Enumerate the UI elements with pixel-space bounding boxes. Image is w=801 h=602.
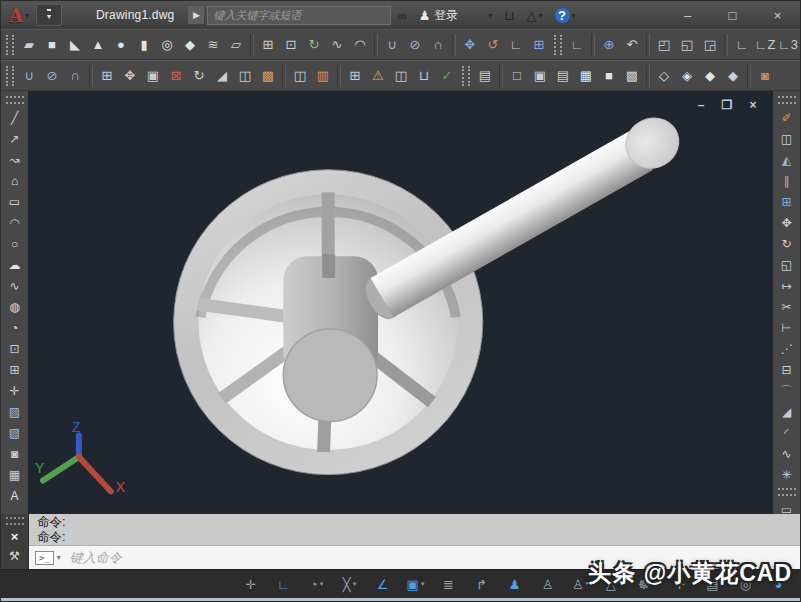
drawing-minimize-button[interactable]: – [695,98,707,112]
break-at-point-icon[interactable]: ⋰ [775,338,798,359]
color-edges-icon[interactable]: ▥ [312,64,334,87]
toolbar-grip[interactable] [554,35,562,55]
minimize-button[interactable]: – [665,8,710,23]
drawing-restore-button[interactable]: ❐ [721,98,733,112]
line-icon[interactable]: ╱ [3,107,26,128]
viewport-canvas[interactable]: Z Y X [28,91,773,514]
sphere-icon[interactable]: ● [110,33,132,56]
ucs-face-icon[interactable]: ◱ [676,33,698,56]
array-icon[interactable]: ⊞ [775,191,798,212]
extend-icon[interactable]: ⊢ [775,317,798,338]
join-icon[interactable]: ⌒ [775,380,798,401]
delete-faces-icon[interactable]: ⊠ [165,64,187,87]
check-icon[interactable]: ✓ [436,64,458,87]
wedge-icon[interactable]: ◣ [64,33,86,56]
region-icon[interactable]: ◙ [3,443,26,464]
ucs-zaxis-icon[interactable]: ∟ [731,33,753,56]
chevron-down-icon[interactable]: ▾ [57,553,61,562]
mirror-icon[interactable]: ◭ [775,149,798,170]
press-pull-icon[interactable]: ⊡ [280,33,302,56]
ucs-3point-icon[interactable]: ∟3 [777,33,799,56]
help-button[interactable]: ? ▾ [549,5,582,25]
helix-icon[interactable]: ≋ [202,33,224,56]
ucs-origin-icon[interactable]: ◰ [653,33,675,56]
lineweight-icon[interactable]: ≣ [433,572,464,597]
torus-icon[interactable]: ◎ [156,33,178,56]
object-snap-tracking-icon[interactable]: ∠ [367,572,398,597]
toolbar-grip[interactable] [6,35,14,55]
rotate-faces-icon[interactable]: ↻ [188,64,210,87]
dynamic-input-icon[interactable]: ♟ [499,572,530,597]
drawing-close-button[interactable]: × [747,98,759,112]
insert-block-icon[interactable]: ⊡ [3,338,26,359]
search-button[interactable]: ∞ [391,5,412,25]
signin-button[interactable]: ♟ 登录 ▾ [413,7,499,24]
subtract-icon[interactable]: ⊘ [41,64,63,87]
app-menu-button[interactable]: A ▾ [5,5,33,26]
extrude-icon[interactable]: ⊞ [257,33,279,56]
color-faces-icon[interactable]: ▩ [257,64,279,87]
toolbar-grip[interactable] [6,96,24,104]
construction-line-icon[interactable]: ↗ [3,128,26,149]
pyramid-icon[interactable]: ◆ [179,33,201,56]
ortho-mode-icon[interactable]: ∟ [268,572,299,597]
vs-2d-wireframe-icon[interactable]: □ [506,64,528,87]
3d-array-icon[interactable]: ⊞ [528,33,550,56]
copy-faces-icon[interactable]: ◫ [234,64,256,87]
offset-icon[interactable]: ∥ [775,170,798,191]
vs-hidden-icon[interactable]: ▤ [552,64,574,87]
3d-rotate-icon[interactable]: ↺ [482,33,504,56]
vs-conceptual-icon[interactable]: ■ [598,64,620,87]
rectangle-icon[interactable]: ▭ [3,191,26,212]
erase-icon[interactable]: ✐ [775,107,798,128]
copy-edges-icon[interactable]: ◫ [289,64,311,87]
cone-icon[interactable]: ▲ [87,33,109,56]
separate-icon[interactable]: ◫ [390,64,412,87]
ucs-icon[interactable]: ∟ [566,33,588,56]
union-icon[interactable]: ∪ [18,64,40,87]
visual-styles-manager-icon[interactable]: ▤ [474,64,496,87]
viewport[interactable]: Z Y X – ❐ × [28,91,773,514]
circle-icon[interactable]: ○ [3,233,26,254]
sweep-icon[interactable]: ∿ [326,33,348,56]
move-icon[interactable]: ✥ [775,212,798,233]
blend-curves-icon[interactable]: ∿ [775,443,798,464]
tab-overflow-button[interactable]: ▶ [188,6,204,24]
view-nw-isometric-icon[interactable]: ◆ [722,64,744,87]
ucs-view-icon[interactable]: ◲ [699,33,721,56]
3d-align-icon[interactable]: ∟ [505,33,527,56]
selection-cycling-icon[interactable]: ↱ [466,572,497,597]
search-input[interactable] [207,6,391,25]
stretch-icon[interactable]: ↦ [775,275,798,296]
close-button[interactable]: × [755,8,800,23]
intersect-icon[interactable]: ∩ [427,33,449,56]
ucs-icon[interactable]: Z Y X [35,419,125,495]
make-block-icon[interactable]: ⊞ [3,359,26,380]
polysolid-icon[interactable]: ▰ [18,33,40,56]
union-icon[interactable]: ∪ [381,33,403,56]
annotation-visibility-icon[interactable]: ♙ [532,572,563,597]
gradient-icon[interactable]: ▧ [3,422,26,443]
ucs-world-icon[interactable]: ⊕ [598,33,620,56]
3d-move-icon[interactable]: ✥ [459,33,481,56]
object-snap-icon[interactable]: ▣▾ [400,572,431,597]
spline-icon[interactable]: ∿ [3,275,26,296]
planar-surface-icon[interactable]: ▱ [225,33,247,56]
toolbar-grip[interactable] [462,66,470,86]
loft-icon[interactable]: ◠ [349,33,371,56]
imprint-icon[interactable]: ⊞ [344,64,366,87]
hatch-icon[interactable]: ▨ [3,401,26,422]
toolbar-grip[interactable] [778,96,796,104]
clean-icon[interactable]: ⚠ [367,64,389,87]
table-icon[interactable]: ▦ [3,464,26,485]
polygon-icon[interactable]: ⌂ [3,170,26,191]
point-icon[interactable]: ✛ [3,380,26,401]
wrench-icon[interactable]: ⚒ [9,549,20,563]
mtext-icon[interactable]: A [3,485,26,506]
intersect-icon[interactable]: ∩ [64,64,86,87]
offset-faces-icon[interactable]: ▣ [142,64,164,87]
view-se-isometric-icon[interactable]: ◈ [676,64,698,87]
move-faces-icon[interactable]: ✥ [119,64,141,87]
rotate-icon[interactable]: ↻ [775,233,798,254]
view-ne-isometric-icon[interactable]: ◆ [699,64,721,87]
